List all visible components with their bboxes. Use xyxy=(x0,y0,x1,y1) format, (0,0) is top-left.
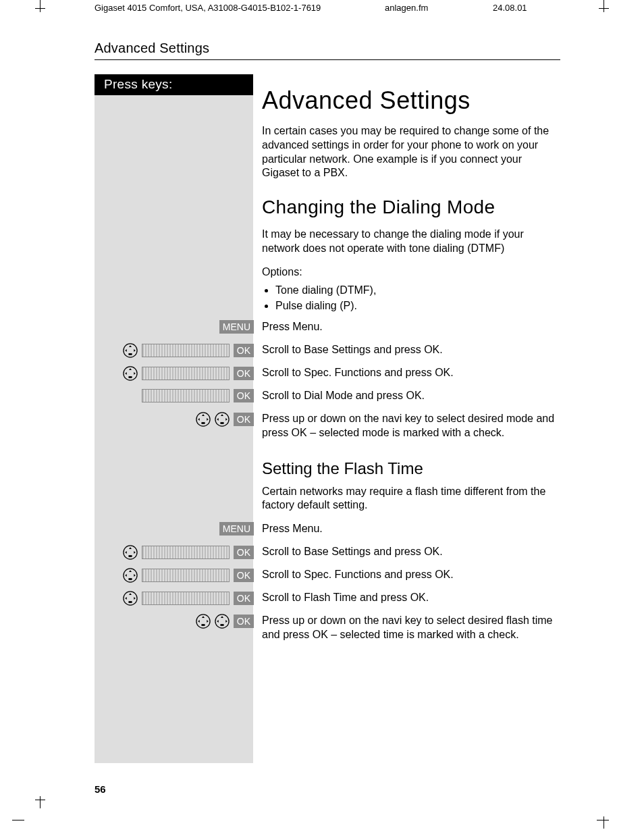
section2-para: Certain networks may require a flash tim… xyxy=(262,485,559,513)
navi-key-icon xyxy=(215,412,230,427)
page-number: 56 xyxy=(95,783,106,795)
sidebar-title: Press keys: xyxy=(95,74,253,95)
menu-badge: MENU xyxy=(219,320,254,334)
step-row: OK Press up or down on the navi key to s… xyxy=(262,412,559,440)
lcd-placeholder-icon xyxy=(142,592,230,605)
lcd-placeholder-icon xyxy=(142,344,230,357)
step-text: Scroll to Spec. Functions and press OK. xyxy=(258,568,559,582)
doc-file: anlagen.fm xyxy=(385,3,428,13)
step-row: MENU Press Menu. xyxy=(262,320,559,339)
option-item: Tone dialing (DTMF), xyxy=(275,282,559,298)
step-row: OK Scroll to Flash Time and press OK. xyxy=(262,591,559,610)
step-row: OK Scroll to Spec. Functions and press O… xyxy=(262,568,559,587)
step-icons: MENU xyxy=(101,320,258,334)
step-text: Scroll to Base Settings and press OK. xyxy=(258,343,559,357)
option-item: Pulse dialing (P). xyxy=(275,298,559,313)
step-icons: OK xyxy=(101,343,258,358)
step-text: Press Menu. xyxy=(258,320,559,334)
running-head: Advanced Settings xyxy=(95,41,209,56)
navi-key-icon xyxy=(123,591,138,606)
step-icons: OK xyxy=(101,545,258,560)
navi-key-icon xyxy=(215,614,230,629)
step-icons: OK xyxy=(101,614,258,629)
step-icons: OK xyxy=(101,568,258,583)
step-text: Scroll to Base Settings and press OK. xyxy=(258,545,559,559)
doc-date: 24.08.01 xyxy=(493,3,527,13)
lcd-placeholder-icon xyxy=(142,569,230,582)
page-title: Advanced Settings xyxy=(262,86,559,115)
doc-id: Gigaset 4015 Comfort, USA, A31008-G4015-… xyxy=(95,3,321,13)
navi-key-icon xyxy=(123,568,138,583)
ok-badge: OK xyxy=(234,367,254,380)
lcd-placeholder-icon xyxy=(142,367,230,380)
navi-key-icon xyxy=(123,366,138,381)
step-text: Press up or down on the navi key to sele… xyxy=(258,412,559,440)
step-row: OK Scroll to Base Settings and press OK. xyxy=(262,343,559,362)
lcd-placeholder-icon xyxy=(142,546,230,559)
navi-key-icon xyxy=(123,343,138,358)
step-icons: OK xyxy=(101,591,258,606)
ok-badge: OK xyxy=(234,413,254,426)
section-title-dialing-mode: Changing the Dialing Mode xyxy=(262,197,559,218)
ok-badge: OK xyxy=(234,569,254,582)
step-icons: OK xyxy=(101,366,258,381)
step-text: Scroll to Flash Time and press OK. xyxy=(258,591,559,605)
options-label: Options: xyxy=(262,265,559,280)
step-text: Press Menu. xyxy=(258,522,559,536)
options-list: Tone dialing (DTMF), Pulse dialing (P). xyxy=(262,282,559,313)
step-text: Scroll to Spec. Functions and press OK. xyxy=(258,366,559,380)
step-text: Press up or down on the navi key to sele… xyxy=(258,614,559,642)
intro-paragraph: In certain cases you may be required to … xyxy=(262,124,559,180)
ok-badge: OK xyxy=(234,344,254,357)
ok-badge: OK xyxy=(234,389,254,402)
step-text: Scroll to Dial Mode and press OK. xyxy=(258,389,559,403)
running-rule xyxy=(95,59,560,60)
ok-badge: OK xyxy=(234,592,254,605)
section-title-flash-time: Setting the Flash Time xyxy=(262,459,559,478)
step-icons: MENU xyxy=(101,522,258,536)
step-row: OK Scroll to Dial Mode and press OK. xyxy=(262,389,559,408)
step-row: MENU Press Menu. xyxy=(262,522,559,541)
section1-para: It may be necessary to change the dialin… xyxy=(262,228,559,256)
menu-badge: MENU xyxy=(219,522,254,536)
ok-badge: OK xyxy=(234,615,254,628)
navi-key-icon xyxy=(196,412,211,427)
ok-badge: OK xyxy=(234,546,254,559)
navi-key-icon xyxy=(123,545,138,560)
step-row: OK Press up or down on the navi key to s… xyxy=(262,614,559,642)
main-content: Advanced Settings In certain cases you m… xyxy=(262,86,559,646)
navi-key-icon xyxy=(196,614,211,629)
step-icons: OK xyxy=(101,389,258,402)
step-icons: OK xyxy=(101,412,258,427)
step-row: OK Scroll to Spec. Functions and press O… xyxy=(262,366,559,385)
lcd-placeholder-icon xyxy=(142,389,230,402)
step-row: OK Scroll to Base Settings and press OK. xyxy=(262,545,559,564)
